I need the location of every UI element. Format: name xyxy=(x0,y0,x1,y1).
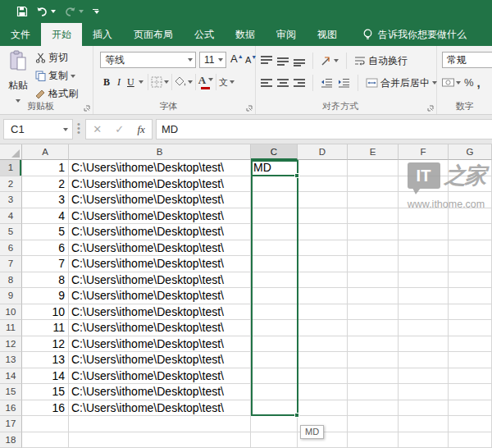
cell-D8[interactable] xyxy=(298,272,348,289)
row-header-10[interactable]: 10 xyxy=(0,304,22,321)
cell-B2[interactable]: C:\Users\ithome\Desktop\test\ xyxy=(69,176,251,193)
cell-A14[interactable]: 14 xyxy=(22,368,69,385)
undo-button[interactable] xyxy=(33,4,59,20)
row-header-8[interactable]: 8 xyxy=(0,272,22,289)
cell-C14[interactable] xyxy=(251,368,298,385)
row-header-11[interactable]: 11 xyxy=(0,320,22,336)
undo-dropdown-arrow[interactable] xyxy=(51,10,56,13)
column-header-E[interactable]: E xyxy=(348,144,399,160)
column-header-A[interactable]: A xyxy=(22,144,69,160)
cell-D13[interactable] xyxy=(298,352,348,368)
cell-A4[interactable]: 4 xyxy=(22,208,69,225)
cell-A15[interactable]: 15 xyxy=(22,384,69,400)
cell-F12[interactable] xyxy=(399,336,449,353)
orientation-dropdown-arrow[interactable] xyxy=(334,59,339,62)
name-box-dropdown-arrow[interactable] xyxy=(63,128,68,131)
cell-C4[interactable] xyxy=(251,208,298,225)
tab-视图[interactable]: 视图 xyxy=(307,23,348,46)
cell-A10[interactable]: 10 xyxy=(22,304,69,321)
cell-G6[interactable] xyxy=(449,240,492,257)
cell-A5[interactable]: 5 xyxy=(22,224,69,240)
increase-font-size-button[interactable]: A▲ xyxy=(230,53,244,65)
cell-A7[interactable]: 7 xyxy=(22,256,69,272)
orientation-button[interactable] xyxy=(321,55,339,66)
tab-插入[interactable]: 插入 xyxy=(82,23,123,46)
tell-me-box[interactable]: 告诉我你想要做什么 xyxy=(354,23,475,46)
tab-文件[interactable]: 文件 xyxy=(0,23,41,46)
cell-E7[interactable] xyxy=(348,256,399,272)
cell-E12[interactable] xyxy=(348,336,399,353)
row-header-15[interactable]: 15 xyxy=(0,384,22,400)
accounting-format-button[interactable] xyxy=(442,78,461,87)
underline-button[interactable]: U xyxy=(125,76,137,89)
cell-G2[interactable] xyxy=(449,176,492,193)
cell-F8[interactable] xyxy=(399,272,449,289)
cell-E5[interactable] xyxy=(348,224,399,240)
cell-F13[interactable] xyxy=(399,352,449,368)
row-header-7[interactable]: 7 xyxy=(0,256,22,272)
cell-F4[interactable] xyxy=(399,208,449,225)
cell-G10[interactable] xyxy=(449,304,492,321)
cell-B10[interactable]: C:\Users\ithome\Desktop\test\ xyxy=(69,304,251,321)
cell-F11[interactable] xyxy=(399,320,449,336)
row-header-14[interactable]: 14 xyxy=(0,368,22,385)
cell-F14[interactable] xyxy=(399,368,449,385)
cell-D9[interactable] xyxy=(298,288,348,304)
cell-F15[interactable] xyxy=(399,384,449,400)
cell-B7[interactable]: C:\Users\ithome\Desktop\test\ xyxy=(69,256,251,272)
cell-C5[interactable] xyxy=(251,224,298,240)
cell-G8[interactable] xyxy=(449,272,492,289)
cell-B1[interactable]: C:\Users\ithome\Desktop\test\ xyxy=(69,160,251,176)
cell-B8[interactable]: C:\Users\ithome\Desktop\test\ xyxy=(69,272,251,289)
cell-E17[interactable] xyxy=(348,416,399,432)
cell-G14[interactable] xyxy=(449,368,492,385)
cell-C13[interactable] xyxy=(251,352,298,368)
cell-F6[interactable] xyxy=(399,240,449,257)
cell-B14[interactable]: C:\Users\ithome\Desktop\test\ xyxy=(69,368,251,385)
copy-button[interactable]: 复制 xyxy=(35,69,78,83)
merge-center-button[interactable]: 合并后居中 xyxy=(366,76,437,90)
cell-E2[interactable] xyxy=(348,176,399,193)
cell-B9[interactable]: C:\Users\ithome\Desktop\test\ xyxy=(69,288,251,304)
cell-G12[interactable] xyxy=(449,336,492,353)
clipboard-dialog-launcher[interactable] xyxy=(84,105,90,112)
cell-A16[interactable]: 16 xyxy=(22,400,69,417)
row-header-2[interactable]: 2 xyxy=(0,176,22,193)
cell-F16[interactable] xyxy=(399,400,449,417)
cell-E10[interactable] xyxy=(348,304,399,321)
cell-E1[interactable] xyxy=(348,160,399,176)
cell-A9[interactable]: 9 xyxy=(22,288,69,304)
cell-F1[interactable] xyxy=(399,160,449,176)
cell-F5[interactable] xyxy=(399,224,449,240)
align-center-icon[interactable] xyxy=(277,78,289,88)
row-header-13[interactable]: 13 xyxy=(0,352,22,368)
copy-dropdown-arrow[interactable] xyxy=(71,75,75,78)
cell-E3[interactable] xyxy=(348,192,399,208)
cell-A17[interactable] xyxy=(22,416,69,432)
cell-D7[interactable] xyxy=(298,256,348,272)
row-header-1[interactable]: 1 xyxy=(0,160,22,176)
cell-F9[interactable] xyxy=(399,288,449,304)
decrease-indent-icon[interactable] xyxy=(321,78,333,88)
cell-D10[interactable] xyxy=(298,304,348,321)
cell-B17[interactable] xyxy=(69,416,251,432)
cell-A1[interactable]: 1 xyxy=(22,160,69,176)
increase-indent-icon[interactable] xyxy=(338,78,350,88)
name-box[interactable]: C1 xyxy=(3,119,73,139)
align-bottom-icon[interactable] xyxy=(294,56,305,66)
cell-B6[interactable]: C:\Users\ithome\Desktop\test\ xyxy=(69,240,251,257)
italic-button[interactable]: I xyxy=(113,76,125,89)
cell-C7[interactable] xyxy=(251,256,298,272)
alignment-dialog-launcher[interactable] xyxy=(427,105,434,112)
tab-页面布局[interactable]: 页面布局 xyxy=(123,23,184,46)
cell-B5[interactable]: C:\Users\ithome\Desktop\test\ xyxy=(69,224,251,240)
fill-color-button[interactable] xyxy=(175,76,193,88)
row-header-18[interactable]: 18 xyxy=(0,432,22,448)
borders-dropdown-arrow[interactable] xyxy=(164,80,169,84)
save-button[interactable] xyxy=(13,3,31,20)
cancel-button[interactable]: ✕ xyxy=(93,123,102,135)
cell-B11[interactable]: C:\Users\ithome\Desktop\test\ xyxy=(69,320,251,336)
align-top-icon[interactable] xyxy=(261,56,272,66)
cell-B3[interactable]: C:\Users\ithome\Desktop\test\ xyxy=(69,192,251,208)
redo-button[interactable] xyxy=(61,4,87,20)
